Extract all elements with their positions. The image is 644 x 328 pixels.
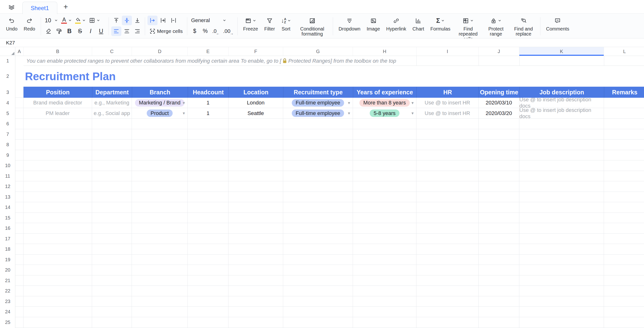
- cell-E18[interactable]: [188, 244, 228, 255]
- cell-B23[interactable]: [24, 296, 92, 307]
- currency-format-button[interactable]: $: [190, 26, 200, 36]
- cell-E25[interactable]: [188, 317, 228, 328]
- cell-H20[interactable]: [353, 265, 416, 275]
- row-header-8[interactable]: 8: [0, 139, 15, 150]
- cell-E21[interactable]: [188, 275, 228, 286]
- cell-D21[interactable]: [132, 275, 188, 286]
- option-pill[interactable]: More than 8 years: [360, 99, 410, 107]
- cell-K19[interactable]: [519, 255, 604, 265]
- cell-C25[interactable]: [92, 317, 132, 328]
- cell-B10[interactable]: [24, 160, 92, 171]
- dropdown-button[interactable]: Dropdown: [336, 15, 364, 32]
- cell-D19[interactable]: [132, 255, 188, 265]
- cell-B6[interactable]: [24, 119, 92, 129]
- table-header-F3[interactable]: Location: [228, 87, 283, 98]
- cell-J21[interactable]: [478, 275, 519, 286]
- cell-K21[interactable]: [519, 275, 604, 286]
- cell-E9[interactable]: [188, 150, 228, 161]
- cell-G6[interactable]: [283, 119, 353, 129]
- cell-K17[interactable]: [519, 234, 604, 244]
- valign-middle-button[interactable]: [122, 16, 132, 25]
- cell-I22[interactable]: [416, 286, 478, 296]
- cell-J7[interactable]: [478, 129, 519, 140]
- cell-E23[interactable]: [188, 296, 228, 307]
- cell-H25[interactable]: [353, 317, 416, 328]
- cell-K13[interactable]: [519, 192, 604, 202]
- cell-B8[interactable]: [24, 139, 92, 150]
- cell-J23[interactable]: [478, 296, 519, 307]
- cell-G13[interactable]: [283, 192, 353, 202]
- cell-B20[interactable]: [24, 265, 92, 275]
- cell-J9[interactable]: [478, 150, 519, 161]
- cell-A14[interactable]: [15, 202, 24, 213]
- cell-L12[interactable]: [604, 181, 644, 192]
- row-header-19[interactable]: 19: [0, 255, 15, 265]
- cell-C24[interactable]: [92, 307, 132, 317]
- spreadsheet-grid[interactable]: ABCDEFGHIJKL1You can enable protected ra…: [0, 47, 644, 328]
- cell-E20[interactable]: [188, 265, 228, 275]
- percent-format-button[interactable]: %: [200, 26, 210, 36]
- cell-J8[interactable]: [478, 139, 519, 150]
- row-header-22[interactable]: 22: [0, 286, 15, 296]
- halign-left-button[interactable]: [111, 26, 121, 36]
- cell-J13[interactable]: [478, 192, 519, 202]
- row-header-3[interactable]: 3: [0, 87, 15, 98]
- cell-F13[interactable]: [228, 192, 283, 202]
- merge-cells-button[interactable]: Merge cells: [148, 26, 184, 36]
- cell-I15[interactable]: [416, 213, 478, 223]
- cell-B17[interactable]: [24, 234, 92, 244]
- valign-bottom-button[interactable]: [132, 16, 142, 25]
- option-pill[interactable]: Product: [147, 109, 173, 117]
- cell-L20[interactable]: [604, 265, 644, 275]
- cell-D8[interactable]: [132, 139, 188, 150]
- cell-B11[interactable]: [24, 171, 92, 182]
- formulas-button[interactable]: Σ Formulas: [427, 15, 454, 32]
- sort-button[interactable]: ↓ AZ Sort: [278, 15, 294, 32]
- cell-B22[interactable]: [24, 286, 92, 296]
- cell-A17[interactable]: [15, 234, 24, 244]
- increase-decimal-button[interactable]: .00→: [222, 26, 235, 36]
- tab-sheet1[interactable]: Sheet1: [22, 2, 57, 14]
- cell-L9[interactable]: [604, 150, 644, 161]
- cell-I19[interactable]: [416, 255, 478, 265]
- row-header-9[interactable]: 9: [0, 150, 15, 161]
- cell-J16[interactable]: [478, 223, 519, 234]
- cell-A8[interactable]: [15, 139, 24, 150]
- column-header-A[interactable]: A: [15, 47, 24, 56]
- table-header-C3[interactable]: Department: [92, 87, 132, 98]
- cell-K8[interactable]: [519, 139, 604, 150]
- cell-B12[interactable]: [24, 181, 92, 192]
- cell-K12[interactable]: [519, 181, 604, 192]
- dropdown-arrow-icon[interactable]: ▼: [182, 111, 186, 115]
- cell-B13[interactable]: [24, 192, 92, 202]
- cell-I7[interactable]: [416, 129, 478, 140]
- find-repeated-cells-button[interactable]: Find repeated cells: [454, 15, 483, 38]
- cell-A9[interactable]: [15, 150, 24, 161]
- cell-K6[interactable]: [519, 119, 604, 129]
- cell-H4[interactable]: More than 8 years▼: [353, 98, 416, 108]
- cell-C10[interactable]: [92, 160, 132, 171]
- valign-top-button[interactable]: [111, 16, 121, 25]
- cell-E7[interactable]: [188, 129, 228, 140]
- cell-I9[interactable]: [416, 150, 478, 161]
- chart-button[interactable]: Chart: [409, 15, 427, 32]
- cell-A11[interactable]: [15, 171, 24, 182]
- cell-G10[interactable]: [283, 160, 353, 171]
- cell-K24[interactable]: [519, 307, 604, 317]
- cell-I20[interactable]: [416, 265, 478, 275]
- cell-L7[interactable]: [604, 129, 644, 140]
- cell-J18[interactable]: [478, 244, 519, 255]
- cell-C9[interactable]: [92, 150, 132, 161]
- cell-H24[interactable]: [353, 307, 416, 317]
- row-header-1[interactable]: 1: [0, 56, 15, 66]
- cell-G24[interactable]: [283, 307, 353, 317]
- decrease-decimal-button[interactable]: .0←: [211, 26, 221, 36]
- cell-C13[interactable]: [92, 192, 132, 202]
- underline-button[interactable]: U: [96, 26, 106, 36]
- cell-K14[interactable]: [519, 202, 604, 213]
- halign-right-button[interactable]: [132, 26, 142, 36]
- cell-H16[interactable]: [353, 223, 416, 234]
- cell-E10[interactable]: [188, 160, 228, 171]
- cell-G7[interactable]: [283, 129, 353, 140]
- cell-I8[interactable]: [416, 139, 478, 150]
